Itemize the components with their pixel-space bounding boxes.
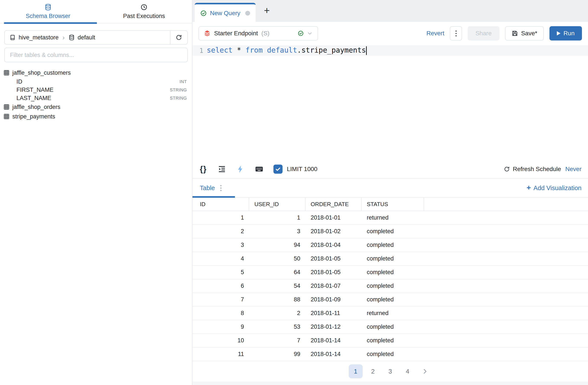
tab-past-executions[interactable]: Past Executions <box>96 0 192 23</box>
cell-empty <box>424 252 588 265</box>
table-row: 11992018-01-14completed <box>192 347 588 361</box>
cell: 2018-01-02 <box>305 225 361 238</box>
cell: completed <box>361 279 424 293</box>
refresh-schedule-value[interactable]: Never <box>565 166 582 172</box>
play-icon <box>557 31 561 36</box>
table-row: 3942018-01-04completed <box>192 238 588 252</box>
save-button[interactable]: Save* <box>505 26 544 41</box>
table-row: 5642018-01-05completed <box>192 266 588 279</box>
tab-schema-browser-label: Schema Browser <box>26 13 70 20</box>
text-cursor <box>366 46 367 55</box>
cell: 2018-01-12 <box>305 320 361 333</box>
column-type: INT <box>179 79 187 84</box>
table-row: 7882018-01-09completed <box>192 293 588 307</box>
cell: 7 <box>192 293 249 306</box>
cell: 2018-01-01 <box>305 211 361 224</box>
page-button-1[interactable]: 1 <box>349 364 363 378</box>
sql-token <box>263 46 267 54</box>
cell: 2018-01-14 <box>305 347 361 361</box>
page-button-4[interactable]: 4 <box>401 364 415 378</box>
cell-empty <box>424 307 588 320</box>
schema-filter-input[interactable] <box>5 52 187 59</box>
cell: 2 <box>192 225 249 238</box>
column-header-id[interactable]: ID <box>192 198 249 211</box>
breadcrumb: hive_metastore › default <box>4 30 188 45</box>
column-header-status[interactable]: STATUS <box>361 198 424 211</box>
breadcrumb-path[interactable]: hive_metastore › default <box>5 34 170 41</box>
endpoint-status-check-icon <box>298 30 304 36</box>
format-braces-icon[interactable]: {} <box>199 165 208 173</box>
schema-table-item[interactable]: jaffle_shop_customers <box>3 68 187 78</box>
page-button-3[interactable]: 3 <box>383 364 397 378</box>
keyboard-icon[interactable] <box>255 165 263 173</box>
bottom-strip <box>192 382 588 385</box>
limit-toggle[interactable]: LIMIT 1000 <box>273 165 317 174</box>
schema-column-item: LAST_NAMESTRING <box>3 94 187 102</box>
visualization-tabs: Table + Add Visualization <box>192 179 588 198</box>
limit-label: LIMIT 1000 <box>287 166 317 172</box>
editor-footer: {} <box>192 160 588 178</box>
share-button[interactable]: Share <box>468 26 500 41</box>
cell: 64 <box>249 266 305 279</box>
refresh-schedule-icon <box>504 166 510 172</box>
cell: 5 <box>192 266 249 279</box>
kebab-icon <box>456 31 457 36</box>
endpoint-selector[interactable]: Starter Endpoint (S) <box>199 26 318 41</box>
cell: 2018-01-11 <box>305 307 361 320</box>
column-header-order_date[interactable]: ORDER_DATE <box>305 198 361 211</box>
cell: completed <box>361 347 424 361</box>
tab-table-visualization[interactable]: Table <box>192 179 235 197</box>
toolbar-actions: Revert Share Save* Run <box>426 26 582 41</box>
database-icon <box>45 4 52 11</box>
schema-tree: jaffle_shop_customersIDINTFIRST_NAMESTRI… <box>0 62 192 121</box>
schema-column-item: IDINT <box>3 78 187 86</box>
table-row: 112018-01-01returned <box>192 211 588 225</box>
cell: 53 <box>249 320 305 333</box>
next-page-button[interactable] <box>418 364 432 378</box>
sql-editor[interactable]: 1 select * from default.stripe_payments <box>192 45 588 160</box>
page-button-2[interactable]: 2 <box>366 364 380 378</box>
lightning-icon[interactable] <box>236 165 245 173</box>
add-visualization-button[interactable]: + Add Visualization <box>526 184 582 192</box>
cell: 7 <box>249 334 305 347</box>
limit-checkbox[interactable] <box>273 165 283 174</box>
schema-table-item[interactable]: jaffle_shop_orders <box>3 102 187 112</box>
revert-button[interactable]: Revert <box>426 30 444 37</box>
endpoint-name: Starter Endpoint <box>214 30 258 37</box>
sql-active-line: 1 select * from default.stripe_payments <box>192 45 588 56</box>
column-name: ID <box>17 78 22 85</box>
cell: 2018-01-07 <box>305 279 361 293</box>
cell: completed <box>361 238 424 252</box>
tab-new-query[interactable]: New Query <box>195 3 256 22</box>
tab-schema-browser[interactable]: Schema Browser <box>0 0 96 23</box>
cell: 2018-01-05 <box>305 252 361 265</box>
breadcrumb-schema[interactable]: default <box>78 34 95 41</box>
query-toolbar: Starter Endpoint (S) Revert Share <box>192 22 588 45</box>
column-header-empty <box>424 198 588 211</box>
cell: 2018-01-05 <box>305 266 361 279</box>
refresh-schedule: Refresh Schedule Never <box>504 166 582 172</box>
indent-icon[interactable] <box>218 165 226 173</box>
plus-icon: + <box>526 184 531 192</box>
pagination: 1234 <box>192 361 588 382</box>
cell: returned <box>361 307 424 320</box>
cell: completed <box>361 293 424 306</box>
more-options-button[interactable] <box>450 26 462 41</box>
cell: 2018-01-14 <box>305 334 361 347</box>
breadcrumb-catalog[interactable]: hive_metastore <box>19 34 59 41</box>
check-icon <box>275 166 281 172</box>
run-button[interactable]: Run <box>549 26 582 41</box>
refresh-schema-button[interactable] <box>170 31 187 44</box>
sql-token: * <box>237 46 241 54</box>
new-tab-button[interactable]: + <box>264 5 270 17</box>
column-header-user_id[interactable]: USER_ID <box>249 198 305 211</box>
cell: returned <box>361 211 424 224</box>
cell-empty <box>424 225 588 238</box>
results-table-header: IDUSER_IDORDER_DATESTATUS <box>192 198 588 211</box>
schema-table-item[interactable]: stripe_payments <box>3 112 187 121</box>
table-row: 4502018-01-05completed <box>192 252 588 266</box>
sql-token: select <box>207 46 232 54</box>
table-row: 822018-01-11returned <box>192 307 588 320</box>
column-name: FIRST_NAME <box>17 87 53 93</box>
table-tab-kebab-icon[interactable] <box>220 185 221 191</box>
